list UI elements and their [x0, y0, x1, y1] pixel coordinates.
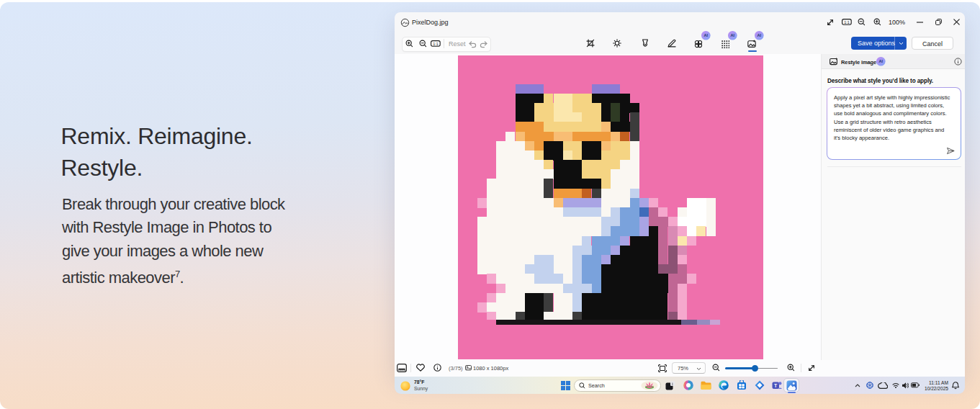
svg-text:AI: AI [731, 33, 735, 37]
svg-text:T: T [774, 383, 778, 388]
svg-text:1:1: 1:1 [433, 42, 439, 46]
svg-text:1:1: 1:1 [844, 20, 850, 24]
svg-text:AI: AI [879, 59, 884, 63]
svg-text:AI: AI [704, 33, 709, 37]
svg-text:AI: AI [758, 33, 762, 37]
